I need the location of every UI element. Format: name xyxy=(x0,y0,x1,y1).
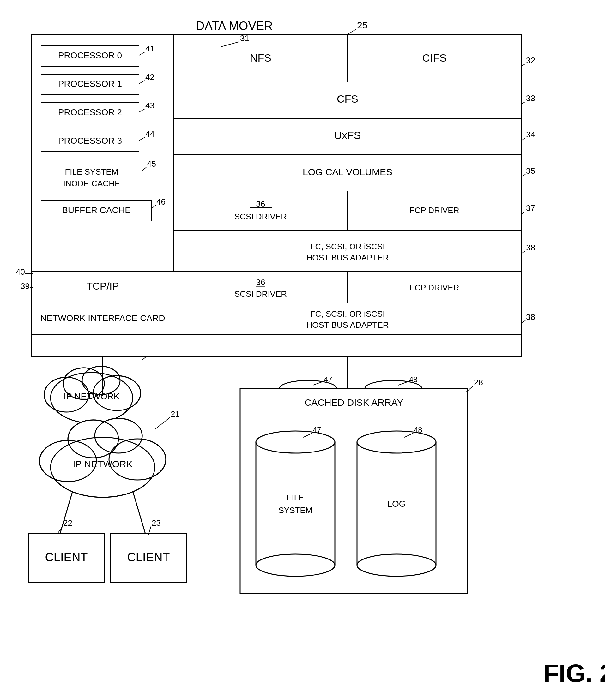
filesystem-cylinder: FILE SYSTEM 47 xyxy=(275,376,341,464)
svg-line-22 xyxy=(107,432,136,467)
log-cylinder: LOG 48 xyxy=(360,376,427,464)
svg-text:48: 48 xyxy=(409,376,418,384)
svg-line-21 xyxy=(73,432,76,467)
svg-text:40: 40 xyxy=(16,267,25,277)
ip-network-cloud-svg: IP NETWORK 21 xyxy=(35,335,212,436)
svg-text:FILE: FILE xyxy=(300,407,316,415)
svg-point-26 xyxy=(280,437,336,453)
hba-to-disk-connector xyxy=(310,322,373,347)
svg-text:21: 21 xyxy=(164,336,173,346)
svg-text:SYSTEM: SYSTEM xyxy=(293,416,324,425)
svg-text:47: 47 xyxy=(324,376,332,384)
svg-text:IP NETWORK: IP NETWORK xyxy=(64,392,120,401)
svg-line-19 xyxy=(142,345,161,360)
svg-point-33 xyxy=(365,437,422,453)
svg-text:LOG: LOG xyxy=(385,412,402,422)
